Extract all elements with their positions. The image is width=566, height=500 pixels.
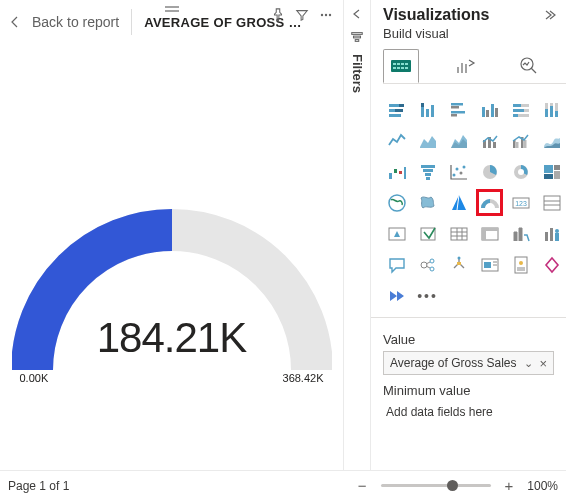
zoom-slider[interactable] bbox=[381, 484, 491, 487]
collapse-pane-icon[interactable] bbox=[542, 9, 556, 21]
build-visual-mode[interactable] bbox=[383, 49, 419, 83]
donut-chart-icon[interactable] bbox=[507, 158, 534, 185]
hundred-percent-stacked-column-chart-icon[interactable] bbox=[538, 96, 565, 123]
svg-point-2 bbox=[321, 14, 323, 16]
svg-point-62 bbox=[452, 173, 455, 176]
zoom-level[interactable]: 100% bbox=[527, 479, 558, 493]
slicer-icon[interactable] bbox=[414, 220, 441, 247]
svg-point-93 bbox=[421, 262, 427, 268]
svg-rect-80 bbox=[421, 228, 435, 240]
svg-rect-28 bbox=[451, 106, 459, 109]
svg-rect-19 bbox=[399, 104, 404, 107]
r-visual-icon[interactable] bbox=[507, 220, 534, 247]
funnel-chart-icon[interactable] bbox=[414, 158, 441, 185]
paginated-report-icon[interactable] bbox=[507, 251, 534, 278]
svg-rect-33 bbox=[491, 104, 494, 117]
svg-rect-72 bbox=[544, 174, 553, 179]
ribbon-chart-icon[interactable] bbox=[538, 127, 565, 154]
pin-icon[interactable] bbox=[267, 4, 289, 26]
pie-chart-icon[interactable] bbox=[476, 158, 503, 185]
svg-rect-58 bbox=[421, 165, 435, 168]
key-influencers-icon[interactable] bbox=[414, 251, 441, 278]
clustered-bar-chart-icon[interactable] bbox=[445, 96, 472, 123]
visualization-type-grid: 123••• bbox=[371, 92, 566, 317]
gauge-value-label: 184.21K bbox=[12, 314, 332, 362]
stacked-column-chart-icon[interactable] bbox=[414, 96, 441, 123]
back-to-report-button[interactable]: Back to report bbox=[10, 14, 119, 30]
svg-rect-70 bbox=[554, 165, 560, 170]
svg-rect-51 bbox=[516, 142, 519, 148]
clustered-column-chart-icon[interactable] bbox=[476, 96, 503, 123]
status-bar: Page 1 of 1 − + 100% bbox=[0, 470, 566, 500]
python-visual-icon[interactable] bbox=[538, 220, 565, 247]
field-dropdown-icon[interactable]: ⌄ bbox=[524, 357, 533, 370]
svg-rect-27 bbox=[451, 103, 463, 106]
more-options-icon[interactable] bbox=[315, 4, 337, 26]
svg-rect-59 bbox=[423, 169, 433, 172]
power-automate-icon[interactable] bbox=[383, 282, 410, 309]
svg-point-63 bbox=[455, 167, 458, 170]
minimum-value-placeholder[interactable]: Add data fields here bbox=[383, 402, 554, 420]
svg-rect-101 bbox=[484, 262, 491, 268]
line-chart-icon[interactable] bbox=[383, 127, 410, 154]
svg-rect-57 bbox=[404, 167, 406, 179]
chevron-left-icon bbox=[10, 15, 20, 29]
svg-rect-69 bbox=[544, 165, 553, 173]
stacked-area-chart-icon[interactable] bbox=[445, 127, 472, 154]
kpi-icon[interactable] bbox=[383, 220, 410, 247]
map-icon[interactable] bbox=[383, 189, 410, 216]
format-visual-mode[interactable] bbox=[447, 49, 483, 83]
matrix-icon[interactable] bbox=[476, 220, 503, 247]
gauge-icon[interactable] bbox=[476, 189, 503, 216]
svg-rect-21 bbox=[395, 109, 403, 112]
minimum-value-field-section: Minimum value Add data fields here bbox=[371, 377, 566, 422]
svg-rect-56 bbox=[399, 171, 402, 174]
smart-narrative-icon[interactable] bbox=[476, 251, 503, 278]
table-icon[interactable] bbox=[445, 220, 472, 247]
filled-map-icon[interactable] bbox=[414, 189, 441, 216]
svg-point-64 bbox=[459, 171, 462, 174]
filters-pane-label[interactable]: Filters bbox=[350, 54, 365, 93]
filter-icon[interactable] bbox=[291, 4, 313, 26]
filters-pane-collapsed: Filters bbox=[343, 0, 371, 500]
svg-rect-60 bbox=[425, 173, 431, 176]
analytics-mode[interactable] bbox=[511, 49, 547, 83]
scatter-chart-icon[interactable] bbox=[445, 158, 472, 185]
zoom-in-button[interactable]: + bbox=[501, 477, 518, 494]
svg-point-65 bbox=[462, 165, 465, 168]
svg-rect-20 bbox=[389, 109, 395, 112]
svg-rect-9 bbox=[393, 63, 396, 65]
qa-icon[interactable] bbox=[383, 251, 410, 278]
svg-rect-34 bbox=[495, 108, 498, 117]
area-chart-icon[interactable] bbox=[414, 127, 441, 154]
svg-rect-81 bbox=[451, 228, 467, 240]
hundred-percent-stacked-bar-chart-icon[interactable] bbox=[507, 96, 534, 123]
stacked-bar-chart-icon[interactable] bbox=[383, 96, 410, 123]
page-indicator[interactable]: Page 1 of 1 bbox=[8, 479, 69, 493]
svg-rect-15 bbox=[401, 67, 404, 69]
svg-point-95 bbox=[430, 267, 434, 271]
value-field-well[interactable]: Average of Gross Sales ⌄ × bbox=[383, 351, 554, 375]
visual-drag-handle-icon[interactable] bbox=[160, 0, 184, 18]
line-clustered-column-chart-icon[interactable] bbox=[507, 127, 534, 154]
card-icon[interactable]: 123 bbox=[507, 189, 534, 216]
gauge-visual[interactable]: 184.21K 0.00K 368.42K bbox=[0, 44, 343, 500]
back-label: Back to report bbox=[32, 14, 119, 30]
expand-filters-icon[interactable] bbox=[351, 8, 363, 20]
waterfall-chart-icon[interactable] bbox=[383, 158, 410, 185]
power-apps-icon[interactable] bbox=[538, 251, 565, 278]
multi-row-card-icon[interactable] bbox=[538, 189, 565, 216]
treemap-icon[interactable] bbox=[538, 158, 565, 185]
remove-field-icon[interactable]: × bbox=[539, 356, 547, 371]
svg-rect-90 bbox=[550, 228, 553, 241]
divider bbox=[131, 9, 132, 35]
svg-rect-24 bbox=[421, 103, 424, 107]
more-visuals-icon[interactable]: ••• bbox=[414, 282, 441, 309]
line-stacked-column-chart-icon[interactable] bbox=[476, 127, 503, 154]
decomposition-tree-icon[interactable] bbox=[445, 251, 472, 278]
svg-rect-18 bbox=[389, 104, 399, 107]
value-field-label: Value bbox=[383, 332, 554, 347]
zoom-out-button[interactable]: − bbox=[354, 477, 371, 494]
azure-map-icon[interactable] bbox=[445, 189, 472, 216]
svg-rect-12 bbox=[405, 63, 408, 65]
